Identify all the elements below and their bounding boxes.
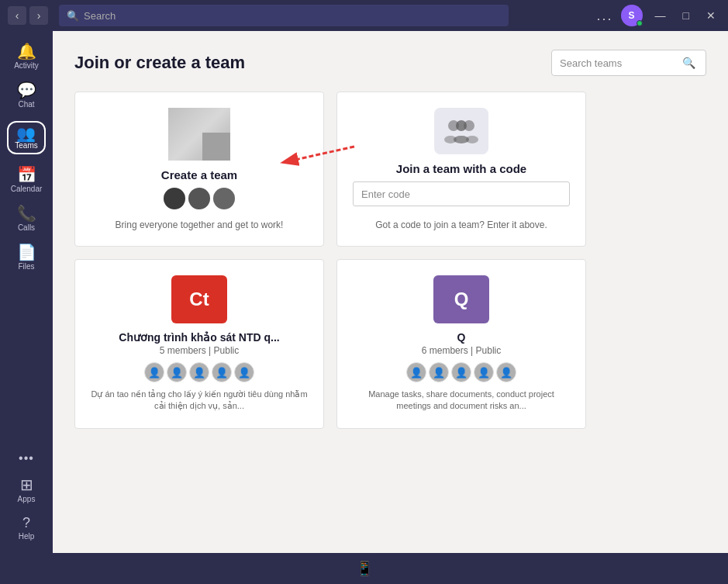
create-team-avatars: [164, 188, 235, 209]
calendar-icon: 📅: [17, 167, 36, 182]
files-icon: 📄: [17, 244, 36, 260]
global-search-bar[interactable]: 🔍: [59, 5, 509, 26]
sidebar-item-more[interactable]: •••: [0, 446, 53, 471]
avatar-1: [164, 188, 185, 209]
cards-grid: Create a team Bring everyone together an…: [74, 92, 586, 429]
global-search-input[interactable]: [84, 10, 501, 22]
join-team-title: Join a team with a code: [396, 162, 526, 175]
sidebar-item-apps[interactable]: ⊞ Apps: [0, 471, 53, 510]
code-input-wrapper[interactable]: [353, 181, 570, 206]
sidebar-files-label: Files: [18, 262, 34, 271]
avatar-2: [188, 188, 210, 209]
team1-member-3: 👤: [189, 362, 209, 382]
sidebar-activity-label: Activity: [14, 61, 39, 70]
team2-name: Q: [457, 331, 466, 344]
sidebar-item-calls[interactable]: 📞 Calls: [0, 199, 53, 238]
phone-icon[interactable]: 📱: [356, 560, 373, 577]
team2-member-4: 👤: [474, 362, 494, 382]
maximize-button[interactable]: □: [678, 9, 694, 22]
sidebar-chat-label: Chat: [18, 100, 34, 109]
create-team-desc: Bring everyone together and get to work!: [116, 219, 284, 230]
create-team-title: Create a team: [161, 168, 237, 181]
sidebar-bottom: ••• ⊞ Apps ? Help: [0, 446, 53, 547]
content-area: Join or create a team 🔍: [53, 31, 728, 553]
team1-member-5: 👤: [234, 362, 254, 382]
sidebar-item-help[interactable]: ? Help: [0, 510, 53, 547]
search-teams-bar[interactable]: 🔍: [551, 50, 706, 76]
team1-member-2: 👤: [167, 362, 187, 382]
create-team-image: [168, 108, 230, 161]
forward-button[interactable]: ›: [29, 6, 48, 25]
team1-name: Chương trình khảo sát NTD q...: [119, 331, 279, 344]
sidebar-item-activity[interactable]: 🔔 Activity: [0, 37, 53, 76]
avatar-3: [213, 188, 235, 209]
close-button[interactable]: ✕: [702, 9, 720, 22]
calls-icon: 📞: [17, 206, 36, 221]
team1-logo: Ct: [171, 275, 227, 323]
team2-member-1: 👤: [406, 362, 426, 382]
search-teams-input[interactable]: [560, 57, 676, 69]
sidebar-calendar-label: Calendar: [11, 185, 43, 193]
sidebar-apps-label: Apps: [18, 495, 36, 503]
search-icon: 🔍: [67, 10, 79, 22]
svg-point-7: [466, 136, 478, 143]
apps-icon: ⊞: [20, 477, 33, 492]
team-card-1[interactable]: Ct Chương trình khảo sát NTD q... 5 memb…: [74, 259, 324, 429]
bottom-bar: 📱: [0, 553, 728, 584]
teams-icon: 👥: [16, 126, 36, 141]
sidebar-item-files[interactable]: 📄 Files: [0, 238, 53, 277]
team1-avatars: 👤 👤 👤 👤 👤: [144, 362, 254, 382]
more-icon: •••: [19, 452, 34, 465]
team1-member-4: 👤: [212, 362, 232, 382]
team2-meta: 6 members | Public: [422, 345, 502, 356]
sidebar: 🔔 Activity 💬 Chat 👥 Teams 📅 Calendar 📞 C…: [0, 31, 53, 553]
more-options-button[interactable]: ...: [597, 8, 613, 24]
sidebar-item-calendar[interactable]: 📅 Calendar: [0, 161, 53, 199]
join-code-input[interactable]: [353, 181, 570, 206]
svg-point-4: [464, 120, 474, 131]
sidebar-calls-label: Calls: [18, 223, 35, 232]
presence-dot: [637, 20, 643, 26]
team2-member-5: 👤: [496, 362, 516, 382]
create-team-card[interactable]: Create a team Bring everyone together an…: [74, 92, 324, 247]
team1-desc: Dự án tao nền tảng cho lấy ý kiến người …: [91, 389, 308, 413]
join-team-desc: Got a code to join a team? Enter it abov…: [375, 219, 547, 230]
team2-member-2: 👤: [429, 362, 449, 382]
minimize-button[interactable]: —: [650, 9, 671, 22]
sidebar-item-chat[interactable]: 💬 Chat: [0, 76, 53, 115]
help-icon: ?: [22, 516, 30, 530]
nav-buttons: ‹ ›: [8, 6, 48, 25]
join-team-icon: [434, 108, 488, 154]
sidebar-teams-label: Teams: [15, 141, 37, 150]
avatar[interactable]: S: [621, 5, 643, 26]
page-title: Join or create a team: [74, 53, 245, 73]
titlebar-right: ... S — □ ✕: [597, 5, 720, 26]
main-layout: 🔔 Activity 💬 Chat 👥 Teams 📅 Calendar 📞 C…: [0, 31, 728, 553]
back-button[interactable]: ‹: [8, 6, 26, 25]
team1-meta: 5 members | Public: [160, 345, 240, 356]
activity-icon: 🔔: [17, 43, 36, 59]
titlebar: ‹ › 🔍 ... S — □ ✕: [0, 0, 728, 31]
team2-avatars: 👤 👤 👤 👤 👤: [406, 362, 516, 382]
chat-icon: 💬: [17, 82, 36, 98]
sidebar-help-label: Help: [19, 532, 35, 541]
search-teams-icon: 🔍: [682, 57, 695, 69]
join-team-card[interactable]: Join a team with a code Got a code to jo…: [336, 92, 586, 247]
page-header: Join or create a team 🔍: [74, 50, 706, 76]
team-card-2[interactable]: Q Q 6 members | Public 👤 👤 👤 👤 👤 Manage …: [336, 259, 586, 429]
team2-desc: Manage tasks, share documents, conduct p…: [353, 389, 570, 413]
teams-active-ring: 👥 Teams: [7, 121, 45, 154]
team1-member-1: 👤: [144, 362, 164, 382]
team2-member-3: 👤: [451, 362, 471, 382]
sidebar-item-teams[interactable]: 👥 Teams: [0, 115, 53, 161]
team2-logo: Q: [433, 275, 489, 323]
